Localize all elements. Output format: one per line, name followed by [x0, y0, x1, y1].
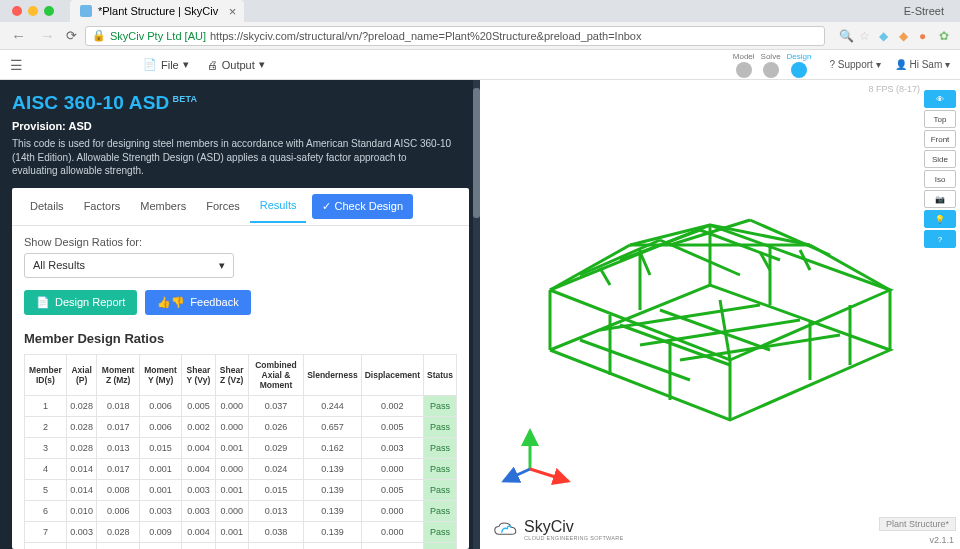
- table-title: Member Design Ratios: [24, 331, 457, 346]
- favicon-icon: [80, 5, 92, 17]
- menu-icon[interactable]: ☰: [10, 57, 23, 73]
- data-cell: 0.003: [182, 543, 215, 549]
- data-cell: 0.013: [97, 438, 139, 459]
- svg-line-27: [750, 220, 830, 255]
- extension-icon[interactable]: ◆: [899, 29, 912, 42]
- data-cell: 0.000: [215, 396, 248, 417]
- data-cell: 0.139: [304, 543, 362, 549]
- data-cell: 0.006: [139, 417, 181, 438]
- data-cell: 0.003: [361, 438, 423, 459]
- view-side-button[interactable]: Side: [924, 150, 956, 168]
- check-design-button[interactable]: ✓ Check Design: [312, 194, 413, 219]
- table-row: 30.0280.0130.0150.0040.0010.0290.1620.00…: [25, 438, 457, 459]
- data-cell: 0.004: [182, 459, 215, 480]
- browser-tab-strip: *Plant Structure | SkyCiv × E-Street: [0, 0, 960, 22]
- data-cell: 0.004: [182, 438, 215, 459]
- view-front-button[interactable]: Front: [924, 130, 956, 148]
- data-cell: 0.008: [97, 480, 139, 501]
- output-menu[interactable]: 🖨 Output ▾: [207, 58, 265, 71]
- filter-select[interactable]: All Results ▾: [24, 253, 234, 278]
- user-menu[interactable]: 👤 Hi Sam ▾: [895, 59, 950, 70]
- data-cell: 0.139: [304, 459, 362, 480]
- view-iso-button[interactable]: Iso: [924, 170, 956, 188]
- data-cell: 0.015: [248, 480, 303, 501]
- design-report-button[interactable]: 📄Design Report: [24, 290, 137, 315]
- table-header: Member ID(s): [25, 354, 67, 396]
- file-menu[interactable]: 📄 File ▾: [143, 58, 189, 71]
- output-icon: 🖨: [207, 59, 218, 71]
- back-button[interactable]: ←: [8, 27, 29, 44]
- lock-icon: 🔒: [92, 29, 106, 42]
- tab-members[interactable]: Members: [130, 190, 196, 222]
- data-cell: 0.005: [182, 396, 215, 417]
- table-row: 40.0140.0170.0010.0040.0000.0240.1390.00…: [25, 459, 457, 480]
- data-cell: 0.000: [215, 459, 248, 480]
- help-button[interactable]: ?: [924, 230, 956, 248]
- data-cell: 0.003: [66, 522, 97, 543]
- tab-forces[interactable]: Forces: [196, 190, 250, 222]
- data-cell: 7: [25, 522, 67, 543]
- version-label: v2.1.1: [929, 535, 954, 545]
- data-cell: 0.028: [66, 396, 97, 417]
- data-cell: 0.018: [97, 396, 139, 417]
- main-content: AISC 360-10 ASDBETA Provision: ASD This …: [0, 80, 960, 549]
- data-cell: 0.004: [182, 522, 215, 543]
- table-header: Shear Z (Vz): [215, 354, 248, 396]
- data-cell: 0.015: [139, 438, 181, 459]
- data-cell: 5: [25, 480, 67, 501]
- close-window-icon[interactable]: [12, 6, 22, 16]
- browser-toolbar: ← → ⟳ 🔒 SkyCiv Pty Ltd [AU] https://skyc…: [0, 22, 960, 50]
- bookmark-icon[interactable]: ☆: [859, 29, 872, 42]
- maximize-window-icon[interactable]: [44, 6, 54, 16]
- data-cell: 0.038: [248, 522, 303, 543]
- data-cell: 8: [25, 543, 67, 549]
- data-cell: 0.009: [139, 543, 181, 549]
- status-cell: Pass: [423, 417, 456, 438]
- svg-line-28: [600, 268, 610, 285]
- extension-icon[interactable]: ◆: [879, 29, 892, 42]
- table-row: 10.0280.0180.0060.0050.0000.0370.2440.00…: [25, 396, 457, 417]
- svg-line-11: [550, 245, 630, 290]
- view-top-button[interactable]: Top: [924, 110, 956, 128]
- svg-line-33: [530, 469, 568, 481]
- data-cell: 6: [25, 501, 67, 522]
- screenshot-button[interactable]: 📷: [924, 190, 956, 208]
- status-cell: Pass: [423, 522, 456, 543]
- status-cell: Pass: [423, 480, 456, 501]
- app-toolbar: ☰ 📄 File ▾ 🖨 Output ▾ Model Solve Design…: [0, 50, 960, 80]
- mode-design[interactable]: Design: [787, 52, 812, 78]
- mode-model[interactable]: Model: [733, 52, 755, 78]
- data-cell: 0.657: [304, 417, 362, 438]
- url-field[interactable]: 🔒 SkyCiv Pty Ltd [AU] https://skyciv.com…: [85, 26, 825, 46]
- mode-solve[interactable]: Solve: [761, 52, 781, 78]
- reload-button[interactable]: ⟳: [66, 28, 77, 43]
- extension-icon[interactable]: ✿: [939, 29, 952, 42]
- search-icon[interactable]: 🔍: [839, 29, 852, 42]
- panel-body: Show Design Ratios for: All Results ▾ 📄D…: [12, 226, 469, 550]
- panel-scrollbar[interactable]: [473, 80, 480, 549]
- browser-tab[interactable]: *Plant Structure | SkyCiv ×: [70, 0, 244, 22]
- forward-button[interactable]: →: [37, 27, 58, 44]
- data-cell: 0.037: [248, 396, 303, 417]
- support-menu[interactable]: ? Support ▾: [829, 59, 880, 70]
- viewport[interactable]: 8 FPS (8-17): [480, 80, 960, 549]
- tab-details[interactable]: Details: [20, 190, 74, 222]
- extension-icon[interactable]: ●: [919, 29, 932, 42]
- design-panel: AISC 360-10 ASDBETA Provision: ASD This …: [0, 80, 475, 549]
- brand-tagline: CLOUD ENGINEERING SOFTWARE: [524, 535, 624, 541]
- tab-results[interactable]: Results: [250, 189, 307, 223]
- data-cell: 0.003: [182, 501, 215, 522]
- feedback-button[interactable]: 👍👎Feedback: [145, 290, 250, 315]
- data-cell: 0.139: [304, 522, 362, 543]
- tab-factors[interactable]: Factors: [74, 190, 131, 222]
- data-cell: 0.005: [361, 480, 423, 501]
- data-cell: 0.006: [139, 396, 181, 417]
- data-cell: 0.001: [139, 480, 181, 501]
- visibility-tool[interactable]: 👁: [924, 90, 956, 108]
- close-tab-icon[interactable]: ×: [229, 4, 237, 19]
- design-ratios-table: Member ID(s)Axial (P)Moment Z (Mz)Moment…: [24, 354, 457, 550]
- lighting-button[interactable]: 💡: [924, 210, 956, 228]
- minimize-window-icon[interactable]: [28, 6, 38, 16]
- status-cell: Pass: [423, 501, 456, 522]
- data-cell: 0.014: [66, 459, 97, 480]
